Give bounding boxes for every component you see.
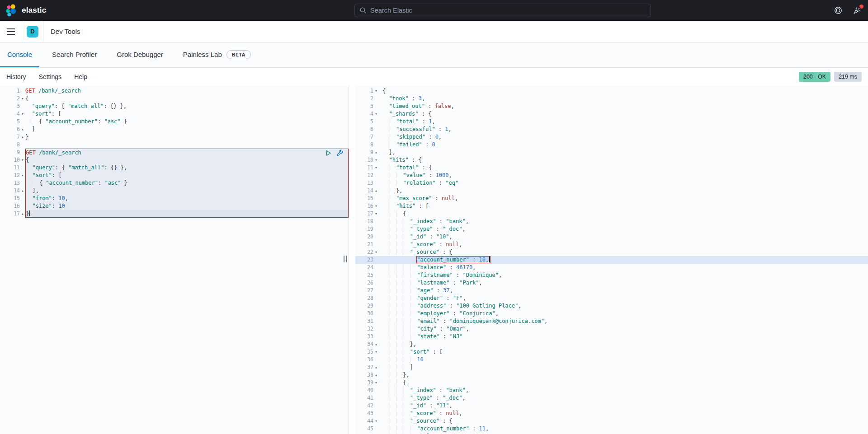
code-line[interactable]: 1GET /bank/_search <box>0 87 349 95</box>
code-line[interactable]: 27 "age" : 37, <box>355 287 868 294</box>
fold-toggle-icon[interactable]: ▾ <box>373 348 379 356</box>
code-line[interactable]: 9▴ }, <box>355 149 868 156</box>
request-options-wrench-button[interactable] <box>336 149 344 157</box>
code-line[interactable]: 10▾ "hits" : { <box>355 156 868 164</box>
fold-toggle-icon[interactable]: ▾ <box>20 95 25 103</box>
code-line[interactable]: 3 "query": { "match_all": {} }, <box>0 103 349 110</box>
code-line[interactable]: 8 <box>0 141 349 149</box>
fold-toggle-icon[interactable]: ▴ <box>373 364 379 371</box>
fold-toggle-icon[interactable]: ▴ <box>373 371 379 379</box>
search-input[interactable] <box>370 7 646 14</box>
fold-toggle-icon[interactable]: ▴ <box>373 149 379 156</box>
fold-toggle-icon[interactable]: ▴ <box>20 133 25 141</box>
code-line[interactable]: 4▾ "sort": [ <box>0 110 349 118</box>
fold-toggle-icon[interactable]: ▾ <box>373 87 379 95</box>
fold-toggle-icon[interactable]: ▾ <box>373 156 379 164</box>
fold-toggle-icon[interactable]: ▾ <box>20 110 25 118</box>
code-line[interactable]: 17▾ { <box>355 210 868 218</box>
code-line[interactable]: 38▴ }, <box>355 371 868 379</box>
code-line[interactable]: 26 "lastname" : "Park", <box>355 279 868 287</box>
code-line[interactable]: 16 "size": 10 <box>0 202 349 210</box>
code-line[interactable]: 28 "gender" : "F", <box>355 294 868 302</box>
code-line[interactable]: 9GET /bank/_search <box>0 149 349 156</box>
fold-toggle-icon[interactable]: ▾ <box>20 172 25 179</box>
code-line[interactable]: 36 10 <box>355 356 868 364</box>
code-line[interactable]: 6▴ ] <box>0 126 349 133</box>
code-line[interactable]: 34▴ }, <box>355 341 868 348</box>
code-line[interactable]: 15 "max_score" : null, <box>355 195 868 202</box>
code-line[interactable]: 4▾ "_shards" : { <box>355 110 868 118</box>
fold-toggle-icon[interactable]: ▴ <box>373 341 379 348</box>
global-search[interactable] <box>354 4 651 17</box>
response-pane[interactable]: 1▾{2 "took" : 3,3 "timed_out" : false,4▾… <box>355 86 868 434</box>
code-line[interactable]: 41 "_type" : "_doc", <box>355 394 868 402</box>
code-line[interactable]: 19 "_type" : "_doc", <box>355 225 868 233</box>
fold-toggle-icon[interactable]: ▴ <box>373 187 379 195</box>
code-line[interactable]: 15 "from": 10, <box>0 195 349 202</box>
code-line[interactable]: 21 "_score" : null, <box>355 241 868 248</box>
send-request-button[interactable] <box>325 149 332 157</box>
code-line[interactable]: 33 "state" : "NJ" <box>355 333 868 341</box>
code-line[interactable]: 45 "account_number" : 11, <box>355 425 868 433</box>
code-line[interactable]: 5 { "account_number": "asc" } <box>0 118 349 126</box>
code-line[interactable]: 12 "value" : 1000, <box>355 172 868 179</box>
code-line[interactable]: 7 "skipped" : 0, <box>355 133 868 141</box>
tab-search-profiler[interactable]: Search Profiler <box>45 42 104 67</box>
code-line[interactable]: 12▾ "sort": [ <box>0 172 349 179</box>
code-line[interactable]: 2▾{ <box>0 95 349 103</box>
help-button[interactable] <box>834 6 843 15</box>
resize-handle[interactable] <box>344 256 347 262</box>
fold-toggle-icon[interactable]: ▾ <box>373 210 379 218</box>
code-line[interactable]: 7▴} <box>0 133 349 141</box>
code-line[interactable]: 11 "query": { "match_all": {} }, <box>0 164 349 172</box>
fold-toggle-icon[interactable]: ▴ <box>20 210 25 218</box>
code-line[interactable]: 14▴ }, <box>355 187 868 195</box>
code-line[interactable]: 42 "_id" : "11", <box>355 402 868 410</box>
code-line[interactable]: 20 "_id" : "10", <box>355 233 868 241</box>
code-line[interactable]: 30 "employer" : "Conjurica", <box>355 310 868 317</box>
request-editor-pane[interactable]: 1GET /bank/_search2▾{3 "query": { "match… <box>0 86 349 434</box>
code-line[interactable]: 37▴ ] <box>355 364 868 371</box>
fold-toggle-icon[interactable]: ▾ <box>373 164 379 172</box>
code-line[interactable]: 29 "address" : "100 Gatling Place", <box>355 302 868 310</box>
code-line[interactable]: 3 "timed_out" : false, <box>355 103 868 110</box>
fold-toggle-icon[interactable]: ▾ <box>373 110 379 118</box>
history-link[interactable]: History <box>6 73 26 80</box>
fold-toggle-icon[interactable]: ▾ <box>373 202 379 210</box>
code-line[interactable]: 44▾ "_source" : { <box>355 417 868 425</box>
code-line[interactable]: 5 "total" : 1, <box>355 118 868 126</box>
code-line[interactable]: 1▾{ <box>355 87 868 95</box>
code-line[interactable]: 22▾ "_source" : { <box>355 248 868 256</box>
pane-divider[interactable] <box>349 86 355 434</box>
fold-toggle-icon[interactable]: ▴ <box>20 126 25 133</box>
menu-button[interactable] <box>0 21 22 42</box>
newsfeed-button[interactable] <box>853 6 862 15</box>
code-line[interactable]: 2 "took" : 3, <box>355 95 868 103</box>
fold-toggle-icon[interactable]: ▴ <box>20 187 25 195</box>
code-line[interactable]: 43 "_score" : null, <box>355 410 868 417</box>
code-line[interactable]: 17▴} <box>0 210 349 218</box>
code-line[interactable]: 11▾ "total" : { <box>355 164 868 172</box>
code-line[interactable]: 6 "successful" : 1, <box>355 126 868 133</box>
fold-toggle-icon[interactable]: ▾ <box>373 417 379 425</box>
code-line[interactable]: 32 "city" : "Omar", <box>355 325 868 333</box>
settings-link[interactable]: Settings <box>39 73 62 80</box>
code-line[interactable]: 10▾{ <box>0 156 349 164</box>
tab-grok-debugger[interactable]: Grok Debugger <box>109 42 170 67</box>
code-line[interactable]: 31 "email" : "dominiquepark@conjurica.co… <box>355 317 868 325</box>
tab-console[interactable]: Console <box>0 42 39 67</box>
help-link[interactable]: Help <box>74 73 87 80</box>
tab-painless-lab[interactable]: Painless Lab BETA <box>176 42 258 67</box>
elastic-logo[interactable]: elastic <box>0 4 46 17</box>
code-line[interactable]: 39▾ { <box>355 379 868 387</box>
code-line[interactable]: 8 "failed" : 0 <box>355 141 868 149</box>
code-line[interactable]: 14▴ ], <box>0 187 349 195</box>
code-line[interactable]: 25 "firstname" : "Dominique", <box>355 271 868 279</box>
code-line[interactable]: 18 "_index" : "bank", <box>355 218 868 225</box>
code-line[interactable]: 13 "relation" : "eq" <box>355 179 868 187</box>
space-switcher-button[interactable]: D <box>22 21 43 42</box>
code-line[interactable]: 24 "balance" : 46170, <box>355 264 868 271</box>
fold-toggle-icon[interactable]: ▾ <box>20 156 25 164</box>
code-line[interactable]: 16▾ "hits" : [ <box>355 202 868 210</box>
code-line[interactable]: 23 "account_number" : 10, <box>355 256 868 264</box>
